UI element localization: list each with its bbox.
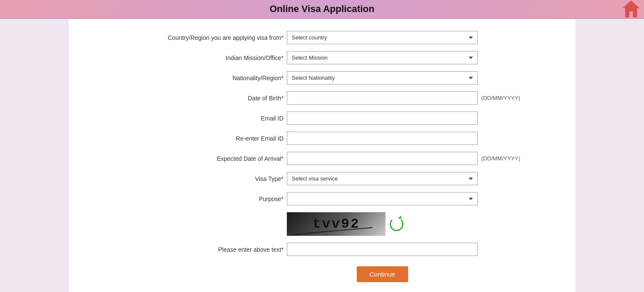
arrival-date-row: Expected Date of Arrival* (DD/MM/YYYY) <box>86 148 558 169</box>
purpose-hint <box>479 189 558 209</box>
page-title: Online Visa Application <box>0 3 644 15</box>
main-content: Country/Region you are applying visa fro… <box>69 19 575 292</box>
country-region-select[interactable]: Select country <box>287 31 478 44</box>
visa-type-label: Visa Type* <box>86 169 285 189</box>
re-email-input[interactable] <box>287 132 478 145</box>
visa-type-required: * <box>281 175 283 182</box>
captcha-required: * <box>281 246 283 253</box>
country-region-input-cell: Select country <box>285 27 479 48</box>
captcha-input-row: Please enter above text* <box>86 239 558 259</box>
captcha-image: tvv92 <box>287 212 385 236</box>
nationality-label: Nationality/Region* <box>86 68 285 88</box>
email-input-cell <box>285 108 479 128</box>
captcha-entry-cell <box>285 239 479 259</box>
purpose-input-cell <box>285 189 479 209</box>
country-region-hint <box>479 27 558 48</box>
continue-empty-left <box>86 259 285 286</box>
continue-cell: Continue <box>285 259 479 286</box>
email-input[interactable] <box>287 111 478 125</box>
captcha-label-cell <box>86 209 285 239</box>
dob-hint: (DD/MM/YYYY) <box>479 88 558 108</box>
captcha-input-cell: tvv92 <box>285 209 444 239</box>
page-wrapper: Online Visa Application Country/Region y… <box>0 0 644 292</box>
continue-empty-right <box>479 259 558 286</box>
visa-type-input-cell: Select visa service <box>285 169 479 189</box>
captcha-hint-cell <box>479 209 558 239</box>
nationality-select[interactable]: Select Nationality <box>287 71 478 84</box>
continue-button[interactable]: Continue <box>357 266 408 282</box>
purpose-required: * <box>281 196 283 202</box>
indian-mission-label: Indian Mission/Office* <box>86 48 285 68</box>
purpose-row: Purpose* <box>86 189 558 209</box>
arrival-date-label: Expected Date of Arrival* <box>86 148 285 169</box>
captcha-refresh-icon[interactable] <box>390 217 403 231</box>
indian-mission-row: Indian Mission/Office* Select Mission <box>86 48 558 68</box>
indian-mission-input-cell: Select Mission <box>285 48 479 68</box>
arrival-date-input[interactable] <box>287 152 478 165</box>
indian-mission-hint <box>479 48 558 68</box>
country-region-required: * <box>281 34 283 41</box>
header-bar: Online Visa Application <box>0 0 644 19</box>
dob-row: Date of Birth* (DD/MM/YYYY) <box>86 88 558 108</box>
email-row: Email ID <box>86 108 558 128</box>
continue-row: Continue <box>86 259 558 286</box>
dob-required: * <box>281 95 283 102</box>
re-email-hint <box>479 128 558 148</box>
home-icon[interactable] <box>623 0 640 18</box>
dob-input[interactable] <box>287 91 478 105</box>
captcha-entry-input[interactable] <box>287 243 478 256</box>
visa-type-select[interactable]: Select visa service <box>287 172 478 185</box>
country-region-label: Country/Region you are applying visa fro… <box>86 27 285 48</box>
arrival-date-input-cell <box>285 148 479 169</box>
indian-mission-select[interactable]: Select Mission <box>287 51 478 64</box>
arrival-date-required: * <box>281 155 283 162</box>
captcha-row: tvv92 <box>86 209 558 239</box>
home-icon-wrapper[interactable] <box>623 0 640 18</box>
visa-type-row: Visa Type* Select visa service <box>86 169 558 189</box>
arrival-date-hint: (DD/MM/YYYY) <box>479 148 558 169</box>
indian-mission-required: * <box>281 54 283 61</box>
nationality-input-cell: Select Nationality <box>285 68 479 88</box>
nationality-hint <box>479 68 558 88</box>
nationality-required: * <box>281 75 283 81</box>
re-email-input-cell <box>285 128 479 148</box>
visa-type-hint <box>479 169 558 189</box>
purpose-select[interactable] <box>287 192 478 205</box>
nationality-row: Nationality/Region* Select Nationality <box>86 68 558 88</box>
re-email-label: Re-enter Email ID <box>86 128 285 148</box>
email-label: Email ID <box>86 108 285 128</box>
purpose-label: Purpose* <box>86 189 285 209</box>
re-email-row: Re-enter Email ID <box>86 128 558 148</box>
dob-label: Date of Birth* <box>86 88 285 108</box>
form-table: Country/Region you are applying visa fro… <box>86 27 558 286</box>
country-region-row: Country/Region you are applying visa fro… <box>86 27 558 48</box>
captcha-entry-hint <box>479 239 558 259</box>
dob-input-cell <box>285 88 479 108</box>
captcha-text-label: Please enter above text* <box>86 239 285 259</box>
email-hint <box>479 108 558 128</box>
